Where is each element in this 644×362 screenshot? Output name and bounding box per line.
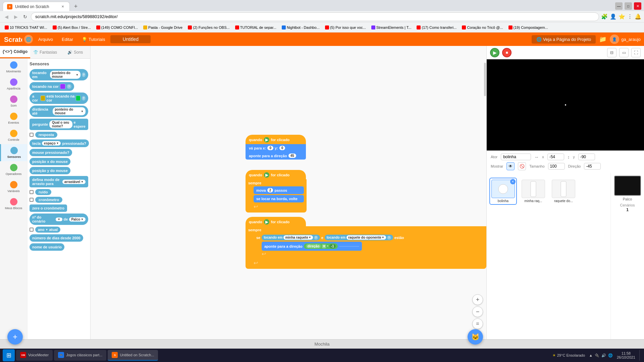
mochila-bar[interactable]: Mochila xyxy=(0,339,644,349)
category-meus-blocos[interactable]: Meus Blocos xyxy=(0,195,27,213)
hat-block-1[interactable]: quando ▶ for clicado xyxy=(246,135,306,144)
sempre-header[interactable]: sempre xyxy=(248,181,304,185)
bookmark-compost[interactable]: (19) Compostagem... xyxy=(506,25,550,30)
project-name-field[interactable]: Untitled xyxy=(110,35,151,43)
browser-tab-active[interactable]: S Untitled on Scratch ✕ xyxy=(3,2,70,11)
bookmark-tutorial[interactable]: TUTORIAL de separ... xyxy=(233,25,278,30)
block-tocando-na-cor[interactable]: tocando na cor ? xyxy=(30,82,74,91)
va-para-block[interactable]: vá para x: 0 y: 0 xyxy=(246,144,306,152)
blocks-scrollbar[interactable] xyxy=(484,63,486,96)
zoom-in-button[interactable]: + xyxy=(472,294,483,305)
category-operadores[interactable]: Operadores xyxy=(0,161,27,178)
tutoriais-button[interactable]: 💡 Tutoriais xyxy=(78,36,108,43)
bookmark-nightbot[interactable]: Nightbot - Dashbo... xyxy=(280,25,322,30)
sprite-bolinha[interactable]: ✕ bolinha xyxy=(489,178,517,205)
start-button[interactable]: ⊞ xyxy=(3,349,15,361)
category-controle[interactable]: Controle xyxy=(0,127,27,144)
aponte-dir-block[interactable]: aponte para a direção direção ▼ * -1 xyxy=(262,242,362,251)
close-window-button[interactable]: ✕ xyxy=(634,2,641,10)
aponte-block[interactable]: aponte para a direção 45 xyxy=(246,152,306,160)
sprite-raquete-oponente[interactable]: raquete do... xyxy=(550,178,577,205)
block-pos-x[interactable]: posição x do mouse xyxy=(30,158,70,165)
tab-code[interactable]: {'<>'} Código xyxy=(0,46,30,58)
block-ruido[interactable]: ruído xyxy=(30,189,51,195)
bookmark-stream[interactable]: StreamElements | T... xyxy=(369,25,414,30)
folder-icon[interactable]: 📁 xyxy=(598,34,608,44)
sprite-delete-bolinha[interactable]: ✕ xyxy=(510,179,516,184)
green-flag-button[interactable]: ▶ xyxy=(490,48,499,57)
block-ano[interactable]: ano ▼ atual xyxy=(30,227,60,233)
sprite-minha-raquete[interactable]: minha raq... xyxy=(520,178,547,205)
category-variaveis[interactable]: Variáveis xyxy=(0,178,27,195)
editar-menu[interactable]: Editar xyxy=(58,36,76,43)
show-eye-button[interactable]: 👁 xyxy=(506,162,515,170)
category-sensores[interactable]: Sensores xyxy=(0,144,27,161)
add-extension-button[interactable]: + xyxy=(7,329,23,345)
category-eventos[interactable]: Eventos xyxy=(0,110,27,127)
block-nome-usuario[interactable]: nome de usuário xyxy=(30,243,64,251)
bookmark-alert[interactable]: (5) Alert Box / Stre... xyxy=(51,25,93,30)
category-movimento[interactable]: Movimento xyxy=(0,59,27,76)
new-tab-button[interactable]: + xyxy=(71,2,80,11)
bookmark-config[interactable]: (149) COMO CONFI... xyxy=(94,25,140,30)
chat-button[interactable]: 🐱 xyxy=(468,329,483,345)
user-name[interactable]: ga_araujo xyxy=(621,37,641,42)
tab-sounds[interactable]: 🔊 Sons xyxy=(60,46,90,58)
taskbar-item-voicemeeter[interactable]: VM VoiceMeeter xyxy=(16,350,53,361)
forward-button[interactable]: ▶ xyxy=(12,13,19,20)
fullscreen-button[interactable]: ⛶ xyxy=(631,48,641,57)
block-distancia[interactable]: distância até ponteiro do mouse ▼ xyxy=(30,106,88,117)
se-header[interactable]: se tocando em minha raquete ▼ ? e tocand… xyxy=(256,235,404,240)
bookmark-tricks[interactable]: 10 TRICKS THAT WI... xyxy=(3,25,49,30)
bookmark-transfer[interactable]: (17) Como transferi... xyxy=(415,25,459,30)
bookmark-obs[interactable]: (2) Funções no OBS... xyxy=(186,25,231,30)
taskbar-item-jogos[interactable]: 🎮 Jogos clássicos part... xyxy=(54,350,106,361)
address-input[interactable] xyxy=(31,12,599,21)
show-desktop-button[interactable] xyxy=(639,350,641,361)
restore-button[interactable]: □ xyxy=(625,2,632,10)
block-tocando-em[interactable]: tocando em ponteiro do mouse ▼ ? xyxy=(30,69,88,80)
globe-button[interactable]: 🌐 xyxy=(24,35,33,44)
hat-block-3[interactable]: quando ▶ for clicado xyxy=(246,217,306,226)
share-button[interactable]: 🌐 Veja a Página do Projeto xyxy=(532,35,596,44)
direction-input[interactable] xyxy=(584,163,601,170)
block-tecla[interactable]: tecla espaço ▼ pressionada? xyxy=(30,139,89,147)
small-stage-button[interactable]: ⊟ xyxy=(607,48,616,57)
taskbar-item-scratch[interactable]: S Untitled on Scratch... xyxy=(108,350,158,361)
hide-eye-button[interactable]: 🚫 xyxy=(518,162,526,170)
y-coord-input[interactable] xyxy=(578,154,595,160)
block-cenario[interactable]: nº do cenário ▼ de Palco ▼ xyxy=(30,214,88,225)
hat-block-2[interactable]: quando ▶ for clicado xyxy=(246,170,306,179)
tab-close-button[interactable]: ✕ xyxy=(60,4,65,9)
block-arrasto[interactable]: defina modo de arrasto para arrastável ▼ xyxy=(30,176,88,187)
block-cronometro[interactable]: cronômetro xyxy=(30,197,62,203)
sprite-name-input[interactable] xyxy=(501,154,531,160)
block-zere-cronometro[interactable]: zere o cronômetro xyxy=(30,204,67,212)
back-button[interactable]: ◀ xyxy=(3,13,10,20)
mova-block[interactable]: mova 2 passos xyxy=(254,186,304,194)
minimize-button[interactable]: — xyxy=(615,2,623,10)
arquivo-menu[interactable]: Arquivo xyxy=(35,36,56,43)
category-aparencia[interactable]: Aparência xyxy=(0,76,27,93)
bookmark-coracao[interactable]: Coração no Tricô @... xyxy=(460,25,505,30)
x-coord-input[interactable] xyxy=(547,154,564,160)
stop-button[interactable]: ■ xyxy=(502,48,512,57)
sempre-header-3[interactable]: sempre xyxy=(248,228,484,232)
size-input[interactable] xyxy=(548,163,565,170)
user-avatar[interactable]: 👤 xyxy=(610,35,619,44)
bookmark-drive[interactable]: Pasta - Google Drive xyxy=(141,25,184,30)
refresh-button[interactable]: ↻ xyxy=(21,13,29,20)
zoom-out-button[interactable]: − xyxy=(472,306,483,317)
block-cor-tocando-cor[interactable]: a cor está tocando na cor ? xyxy=(30,93,88,104)
stage-thumb[interactable] xyxy=(614,176,641,196)
category-som[interactable]: Som xyxy=(0,93,27,110)
tab-costumes[interactable]: 👕 Fantasias xyxy=(30,46,60,58)
block-pergunte[interactable]: pergunte Qual o seu nome? e espere xyxy=(30,119,88,130)
scratch-logo[interactable]: Scratch xyxy=(3,35,22,44)
zoom-reset-button[interactable]: = xyxy=(472,318,483,329)
normal-stage-button[interactable]: ▭ xyxy=(619,48,629,57)
block-resposta[interactable]: resposta xyxy=(30,132,57,138)
block-pos-y[interactable]: posição y do mouse xyxy=(30,167,70,174)
block-dias-2000[interactable]: número de dias desde 2000 xyxy=(30,234,83,242)
block-mouse-pressed[interactable]: mouse pressionado? xyxy=(30,149,72,156)
